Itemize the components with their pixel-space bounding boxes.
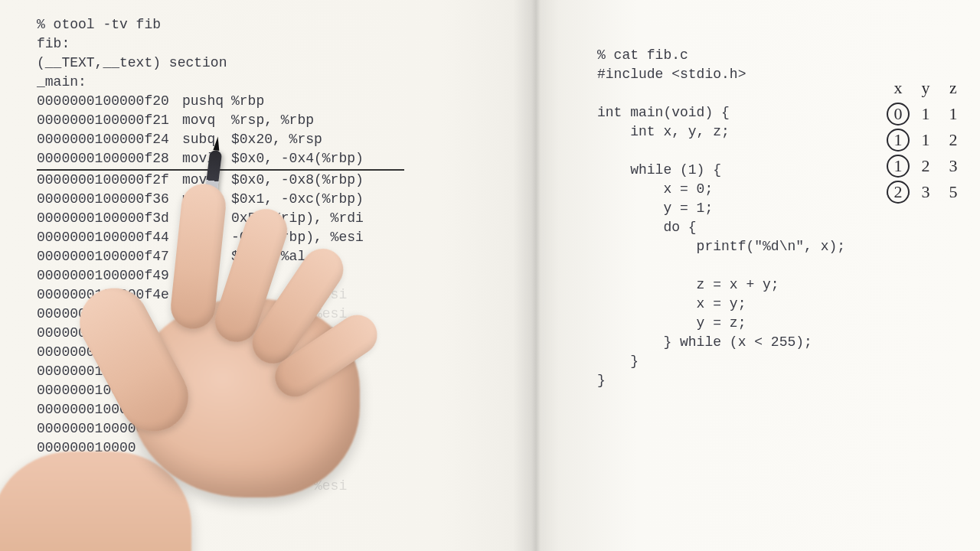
asm-mnemonic: movl <box>182 171 231 190</box>
asm-address: 00000001000 <box>37 362 182 381</box>
asm-row: 0000000100000f28movl$0x0, -0x4(%rbp) <box>37 149 404 171</box>
scratch-row: 011 <box>887 101 965 127</box>
scratch-cell-z: 2 <box>942 127 965 153</box>
asm-address: 0000000100000 <box>37 400 182 419</box>
asm-mnemonic: movl <box>182 190 231 209</box>
scratch-cell-y: 3 <box>914 179 937 205</box>
scratch-row: 235 <box>887 179 965 205</box>
asm-address: 0000000100000f4e <box>37 285 182 305</box>
asm-address: 00000001000000 <box>37 496 182 515</box>
asm-mnemonic: movq <box>182 111 231 130</box>
asm-row: 0000000100000 <box>37 400 496 419</box>
c-source: #include <stdio.h> int main(void) { int … <box>597 65 888 390</box>
asm-address: 0000000100000 <box>37 419 182 439</box>
asm-row: 0000000100000f44movl-0x8(%rbp), %esi <box>37 228 496 247</box>
asm-address: 0000000100000f20 <box>37 92 182 111</box>
asm-row: 0000000100000 <box>37 419 496 439</box>
asm-address: 0000001000000 <box>37 477 182 496</box>
asm-row: 0000000100000f24subq$0x20, %rsp <box>37 130 496 149</box>
asm-row: 0000000100 %esi <box>37 343 496 362</box>
asm-address: 0000000100000f28 <box>37 149 182 168</box>
circled-value: 2 <box>887 181 910 204</box>
asm-mnemonic: movb <box>182 247 231 266</box>
asm-address: 0000000100000f24 <box>37 130 182 149</box>
scratch-cell-x: 1 <box>887 153 910 179</box>
asm-row: 00000001000 <box>37 458 496 477</box>
cat-command: % cat fib.c <box>597 46 888 65</box>
asm-operands: i <box>231 381 347 400</box>
scratch-hdr-x: x <box>887 75 910 101</box>
scratch-row: 123 <box>887 153 965 179</box>
asm-operands: $0x20, %rsp <box>231 130 322 149</box>
asm-row: 00000001000000 <box>37 496 496 515</box>
page-photo: % otool -tv fib fib: (__TEXT,__text) sec… <box>0 0 980 551</box>
asm-operands: $0x0, %al <box>231 247 305 266</box>
asm-row: 0000000100000f47movb$0x0, %al <box>37 247 496 266</box>
asm-row: 0000000100000f4e %esi <box>37 285 496 305</box>
asm-address: 0000000100000f3d <box>37 209 182 228</box>
asm-address: 0000000100000f44 <box>37 228 182 247</box>
asm-operands: 0x56(%rip), %rdi <box>231 209 364 228</box>
asm-row: 0000000100000f36movl$0x1, -0xc(%rbp) <box>37 190 496 209</box>
disassembly-block: % otool -tv fib fib: (__TEXT,__text) sec… <box>37 15 496 534</box>
asm-operands: %rbp <box>231 92 264 111</box>
asm-mnemonic: movl <box>182 228 231 247</box>
asm-row: 0000000100000f21movq%rsp, %rbp <box>37 111 496 130</box>
asm-row: 00000001000000 <box>37 515 496 534</box>
asm-row: 0000001000000 %esi <box>37 477 496 496</box>
scratch-cell-x: 2 <box>887 179 910 205</box>
asm-operands: %rbp) <box>231 324 355 343</box>
scratch-cell-x: 0 <box>887 101 910 127</box>
asm-row: 0000000100000f20pushq%rbp <box>37 92 496 111</box>
asm-address: 00000001000 <box>37 305 182 324</box>
asm-address: 0000000100000f21 <box>37 111 182 130</box>
asm-operands: %esi <box>231 305 347 324</box>
asm-row: 000000010000 i <box>37 381 496 400</box>
asm-operands: $0x0, -0x8(%rbp) <box>231 171 364 190</box>
asm-row: 0000000100000f49 <box>37 266 496 285</box>
scratch-hdr-z: z <box>942 75 965 101</box>
circled-value: 1 <box>887 155 910 178</box>
c-source-block: % cat fib.c #include <stdio.h> int main(… <box>597 46 888 390</box>
asm-address: 0000000100000f36 <box>37 190 182 209</box>
otool-section: (__TEXT,__text) section <box>37 54 496 73</box>
asm-operands: %esi <box>231 343 347 362</box>
scratch-header: x y z <box>887 75 965 101</box>
scratch-hdr-y: y <box>914 75 937 101</box>
asm-operands: ) <box>231 362 338 381</box>
otool-filename: fib: <box>37 34 496 54</box>
asm-operands: $0x1, -0xc(%rbp) <box>231 190 364 209</box>
scratch-cell-z: 3 <box>942 153 965 179</box>
scratch-cell-z: 1 <box>942 101 965 127</box>
asm-operands: %rsp, %rbp <box>231 111 314 130</box>
asm-address: 0000000100000f49 <box>37 266 182 285</box>
asm-operands: -0x8(%rbp), %esi <box>231 228 364 247</box>
asm-operands: %esi <box>231 477 347 496</box>
handwritten-notes: x y z 011112123235 <box>887 75 965 205</box>
asm-mnemonic: subq <box>182 130 231 149</box>
asm-address: 000000010 <box>37 324 182 343</box>
circled-value: 1 <box>887 129 910 152</box>
asm-address: 00000001000 <box>37 458 182 477</box>
otool-command: % otool -tv fib <box>37 15 496 34</box>
asm-mnemonic: pushq <box>182 92 231 111</box>
otool-label: _main: <box>37 73 496 92</box>
asm-mnemonic: leaq <box>182 209 231 228</box>
asm-operands: %esi <box>231 285 347 305</box>
circled-value: 0 <box>887 103 910 126</box>
asm-operands: $0x0, -0x4(%rbp) <box>231 149 364 168</box>
asm-address: 0000000100000f47 <box>37 247 182 266</box>
asm-address: 000000010000 <box>37 439 182 458</box>
scratch-cell-y: 1 <box>914 127 937 153</box>
scratch-cell-y: 2 <box>914 153 937 179</box>
asm-row: 0000000100000f2fmovl$0x0, -0x8(%rbp) <box>37 171 496 190</box>
asm-row: 0000000100000f3dleaq0x56(%rip), %rdi <box>37 209 496 228</box>
scratch-cell-x: 1 <box>887 127 910 153</box>
scratch-row: 112 <box>887 127 965 153</box>
asm-row: 000000010000 <box>37 439 496 458</box>
asm-row: 00000001000 %esi <box>37 305 496 324</box>
scratch-cell-y: 1 <box>914 101 937 127</box>
asm-address: 000000010000 <box>37 381 182 400</box>
asm-row: 000000010 %rbp) <box>37 324 496 343</box>
asm-address: 0000000100 <box>37 343 182 362</box>
